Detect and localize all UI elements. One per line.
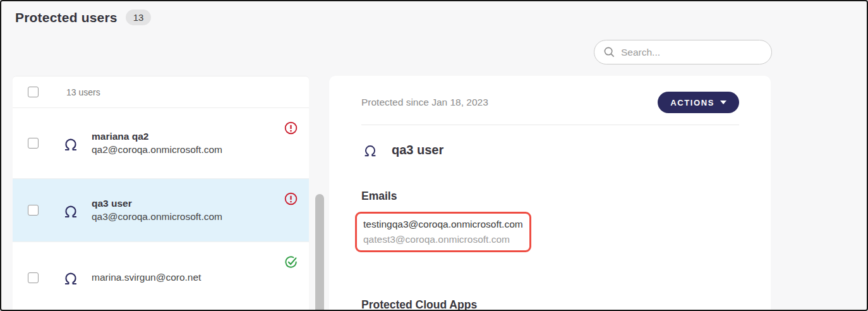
person-icon	[361, 141, 379, 159]
user-text: marina.svirgun@coro.net	[92, 272, 201, 283]
emails-heading: Emails	[361, 190, 739, 203]
detail-user-name: qa3 user	[392, 143, 443, 157]
row-checkbox[interactable]	[28, 272, 39, 283]
success-icon	[284, 255, 298, 269]
divider	[361, 125, 739, 125]
user-email: qa2@coroqa.onmicrosoft.com	[92, 144, 222, 156]
search-box[interactable]	[594, 40, 772, 64]
alert-icon	[284, 192, 298, 205]
detail-user-title: qa3 user	[361, 141, 739, 159]
select-all-checkbox[interactable]	[28, 87, 39, 97]
page-header: Protected users 13	[15, 9, 151, 25]
list-scrollbar[interactable]	[315, 194, 324, 310]
person-icon	[61, 201, 80, 220]
email-secondary: qatest3@coroqa.onmicrosoft.com	[363, 232, 523, 247]
user-list-header: 13 users	[13, 76, 309, 108]
detail-header: Protected since Jan 18, 2023 ACTIONS	[361, 76, 739, 113]
user-detail-panel: Protected since Jan 18, 2023 ACTIONS qa3…	[329, 76, 771, 310]
user-name: qa3 user	[92, 198, 222, 209]
page-title: Protected users	[15, 10, 118, 25]
protected-since-label: Protected since Jan 18, 2023	[361, 97, 488, 108]
row-checkbox[interactable]	[28, 205, 39, 216]
actions-button[interactable]: ACTIONS	[658, 92, 739, 113]
user-count-label: 13 users	[66, 87, 100, 97]
user-text: mariana qa2 qa2@coroqa.onmicrosoft.com	[92, 131, 222, 156]
emails-annotation-box: testingqa3@coroqa.onmicrosoft.com qatest…	[355, 212, 531, 252]
protected-users-page: Protected users 13 13 users ma	[0, 0, 868, 311]
email-primary: testingqa3@coroqa.onmicrosoft.com	[363, 217, 523, 232]
user-count-badge: 13	[126, 9, 152, 25]
search-input[interactable]	[621, 47, 763, 58]
chevron-down-icon	[720, 101, 726, 104]
protected-cloud-apps-heading: Protected Cloud Apps	[361, 298, 739, 311]
row-checkbox[interactable]	[28, 138, 39, 149]
actions-button-label: ACTIONS	[670, 98, 714, 107]
list-item-marina-svirgun[interactable]: marina.svirgun@coro.net	[13, 242, 309, 311]
user-email: qa3@coroqa.onmicrosoft.com	[92, 211, 222, 223]
user-email: marina.svirgun@coro.net	[92, 272, 201, 283]
alert-icon	[284, 121, 298, 135]
list-item-qa3-user[interactable]: qa3 user qa3@coroqa.onmicrosoft.com	[13, 179, 309, 242]
person-icon	[61, 134, 80, 153]
list-item-mariana-qa2[interactable]: mariana qa2 qa2@coroqa.onmicrosoft.com	[13, 108, 309, 179]
user-name: mariana qa2	[92, 131, 222, 142]
person-icon	[61, 268, 80, 287]
user-list-panel: 13 users mariana qa2 qa2@coroqa.onmicros…	[13, 76, 309, 310]
search-icon	[603, 46, 615, 58]
user-text: qa3 user qa3@coroqa.onmicrosoft.com	[92, 198, 222, 223]
